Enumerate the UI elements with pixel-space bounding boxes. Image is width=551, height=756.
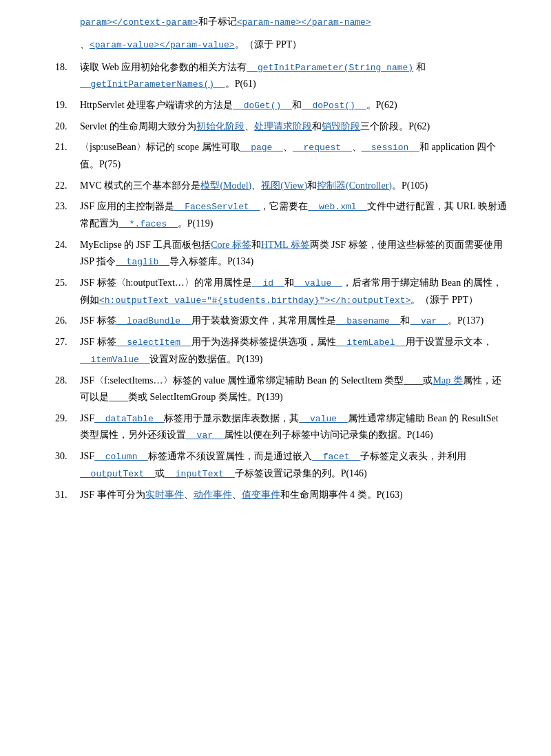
- item-num-21: 21.: [55, 139, 80, 173]
- item-text-19: HttpServlet 处理客户端请求的方法是__doGet()__和__doP…: [80, 97, 510, 114]
- item-text-25: JSF 标签〈h:outputText…〉的常用属性是__id__和__valu…: [80, 275, 510, 309]
- link-getInitParameter: __getInitParameter(String name): [247, 63, 413, 73]
- link-realtime-event: 实时事件: [145, 490, 184, 500]
- link-selectitem: __selectItem__: [116, 337, 191, 348]
- link-view: 视图(View): [261, 180, 307, 191]
- item-num-29: 29.: [55, 410, 80, 445]
- item-num-20: 20.: [55, 118, 80, 136]
- item-text-24: MyEclipse 的 JSF 工具面板包括Core 标签和HTML 标签两类 …: [80, 237, 510, 271]
- link-faces: __*.faces__: [118, 219, 178, 229]
- link-value: __value__: [294, 278, 342, 288]
- param-context-link: param></context-param>: [80, 17, 198, 28]
- link-init-phase: 初始化阶段: [196, 121, 245, 132]
- link-inputtext-30: __inputText__: [165, 469, 234, 479]
- link-value-change-event: 值变事件: [242, 490, 280, 500]
- item-num-28: 28.: [55, 372, 80, 406]
- item-24: 24. MyEclipse 的 JSF 工具面板包括Core 标签和HTML 标…: [55, 237, 510, 271]
- link-taglib: __taglib__: [116, 257, 169, 267]
- item-num-31: 31.: [55, 487, 80, 504]
- link-value-29: __value__: [299, 414, 347, 424]
- item-27: 27. JSF 标签__selectItem__用于为选择类标签提供选项，属性_…: [55, 334, 510, 368]
- item-text-21: 〈jsp:useBean〉标记的 scope 属性可取__page__、__re…: [80, 139, 510, 173]
- link-action-event: 动作事件: [194, 490, 232, 500]
- param-value-link: <param-value></param-value>: [90, 40, 235, 50]
- item-31: 31. JSF 事件可分为实时事件、动作事件、值变事件和生命周期事件 4 类。P…: [55, 487, 510, 504]
- item-22: 22. MVC 模式的三个基本部分是模型(Model)、视图(View)和控制器…: [55, 178, 510, 195]
- top-continuation: param></context-param>和子标记<param-name></…: [55, 14, 510, 31]
- item-text-22: MVC 模式的三个基本部分是模型(Model)、视图(View)和控制器(Con…: [80, 178, 510, 195]
- link-loadbundle: __loadBundle__: [116, 316, 191, 326]
- item-text-27: JSF 标签__selectItem__用于为选择类标签提供选项，属性__ite…: [80, 334, 510, 368]
- link-model: 模型(Model): [200, 180, 251, 191]
- item-text-20: Servlet 的生命周期大致分为初始化阶段、处理请求阶段和销毁阶段三个阶段。P…: [80, 118, 510, 136]
- item-num-23: 23.: [55, 198, 80, 233]
- link-webxml: __web.xml__: [308, 202, 367, 212]
- link-basename: __basename__: [336, 316, 401, 326]
- link-outputtext-30: __outputText__: [80, 469, 155, 479]
- item-25: 25. JSF 标签〈h:outputText…〉的常用属性是__id__和__…: [55, 275, 510, 309]
- item-29: 29. JSF__dataTable__标签用于显示数据库表数据，其__valu…: [55, 410, 510, 445]
- link-getInitParameterNames: __getInitParameterNames()__: [80, 79, 225, 90]
- item-20: 20. Servlet 的生命周期大致分为初始化阶段、处理请求阶段和销毁阶段三个…: [55, 118, 510, 136]
- link-map: Map 类: [433, 375, 463, 386]
- item-num-24: 24.: [55, 237, 80, 271]
- link-var-29: __var__: [186, 430, 224, 441]
- link-var-26: __var__: [410, 316, 448, 326]
- item-21: 21. 〈jsp:useBean〉标记的 scope 属性可取__page__、…: [55, 139, 510, 173]
- link-request-phase: 处理请求阶段: [254, 121, 312, 132]
- item-num-25: 25.: [55, 275, 80, 309]
- link-outputtext-example: <h:outputText value="#{students.birthday…: [99, 295, 410, 306]
- link-id: __id__: [252, 278, 284, 288]
- link-core-tag: Core 标签: [211, 240, 251, 250]
- link-page: __page__: [240, 143, 283, 153]
- top-continuation-2: 、<param-value></param-value>。（源于 PPT）: [55, 36, 510, 54]
- item-26: 26. JSF 标签__loadBundle__用于装载资源文件，其常用属性是_…: [55, 313, 510, 330]
- link-doGet: __doGet()__: [233, 101, 292, 111]
- item-num-30: 30.: [55, 448, 80, 483]
- item-num-19: 19.: [55, 97, 80, 114]
- item-text-30: JSF__column__标签通常不须设置属性，而是通过嵌入__facet__子…: [80, 448, 510, 483]
- item-19: 19. HttpServlet 处理客户端请求的方法是__doGet()__和_…: [55, 97, 510, 114]
- link-destroy-phase: 销毁阶段: [322, 121, 360, 132]
- item-num-22: 22.: [55, 178, 80, 195]
- item-num-27: 27.: [55, 334, 80, 368]
- item-text-23: JSF 应用的主控制器是__FacesServlet__，它需要在__web.x…: [80, 198, 510, 233]
- link-itemvalue: __itemValue__: [80, 355, 149, 365]
- item-num-26: 26.: [55, 313, 80, 330]
- link-request: __request__: [293, 143, 352, 153]
- item-23: 23. JSF 应用的主控制器是__FacesServlet__，它需要在__w…: [55, 198, 510, 233]
- link-facet: __facet__: [312, 452, 360, 462]
- item-text-31: JSF 事件可分为实时事件、动作事件、值变事件和生命周期事件 4 类。P(163…: [80, 487, 510, 504]
- link-datatable: __dataTable__: [94, 414, 164, 424]
- item-28: 28. JSF〈f:selectItems…〉标签的 value 属性通常绑定辅…: [55, 372, 510, 406]
- link-facesservlet: __FacesServlet__: [174, 202, 260, 212]
- item-30: 30. JSF__column__标签通常不须设置属性，而是通过嵌入__face…: [55, 448, 510, 483]
- link-column: __column__: [94, 452, 148, 462]
- link-session: session__: [371, 143, 419, 153]
- item-num-18: 18.: [55, 59, 80, 94]
- item-text-18: 读取 Web 应用初始化参数的相关方法有__getInitParameter(S…: [80, 59, 510, 94]
- param-name-link: <param-name></param-name>: [237, 17, 371, 28]
- item-18: 18. 读取 Web 应用初始化参数的相关方法有__getInitParamet…: [55, 59, 510, 94]
- item-text-26: JSF 标签__loadBundle__用于装载资源文件，其常用属性是__bas…: [80, 313, 510, 330]
- link-doPost: __doPost()__: [302, 101, 366, 111]
- link-html-tag: HTML 标签: [261, 240, 310, 250]
- item-text-28: JSF〈f:selectItems…〉标签的 value 属性通常绑定辅助 Be…: [80, 372, 510, 406]
- item-text-29: JSF__dataTable__标签用于显示数据库表数据，其__value__属…: [80, 410, 510, 445]
- link-controller: 控制器(Controller): [317, 180, 392, 191]
- main-content: param></context-param>和子标记<param-name></…: [55, 14, 510, 503]
- link-itemlabel: __itemLabel__: [336, 337, 406, 348]
